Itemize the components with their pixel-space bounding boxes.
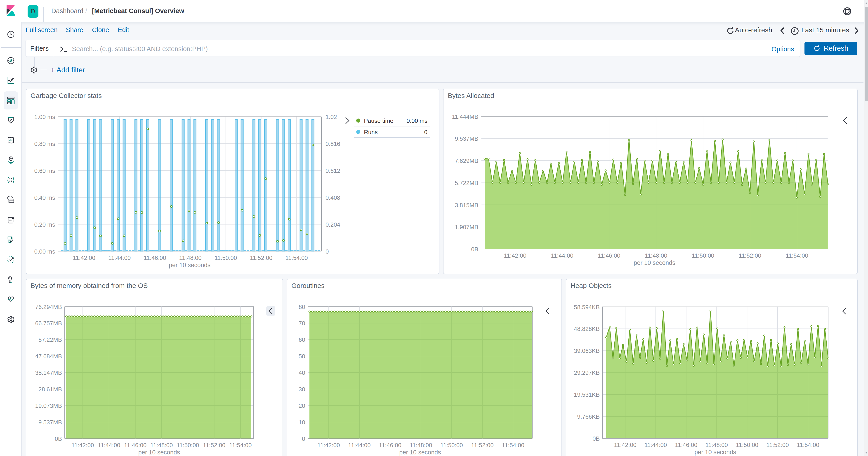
svg-text:0.408: 0.408 [326,194,340,201]
svg-text:11:44:00: 11:44:00 [108,254,131,261]
svg-text:0.204: 0.204 [326,221,340,228]
svg-text:11:48:00: 11:48:00 [179,254,202,261]
svg-text:11:46:00: 11:46:00 [124,441,147,448]
svg-text:11:44:00: 11:44:00 [645,441,667,448]
svg-text:1.02: 1.02 [326,114,337,120]
svg-text:0.80 ms: 0.80 ms [34,140,55,147]
svg-text:11:50:00: 11:50:00 [440,441,463,448]
svg-text:11:48:00: 11:48:00 [410,441,432,448]
svg-text:11:50:00: 11:50:00 [215,254,237,261]
svg-text:58.594KB: 58.594KB [574,304,600,310]
svg-text:11.444MB: 11.444MB [452,113,478,120]
svg-text:11:52:00: 11:52:00 [203,441,225,448]
svg-text:50: 50 [299,353,305,360]
svg-text:11:54:00: 11:54:00 [797,441,819,448]
svg-text:10: 10 [299,419,305,425]
svg-text:Runs: Runs [364,129,378,136]
svg-text:11:54:00: 11:54:00 [229,441,252,448]
svg-text:28.61MB: 28.61MB [38,386,62,393]
svg-text:76.294MB: 76.294MB [35,303,62,310]
svg-text:11:52:00: 11:52:00 [766,441,789,448]
svg-text:11:48:00: 11:48:00 [645,252,667,259]
svg-text:Pause time: Pause time [364,117,393,124]
svg-text:11:42:00: 11:42:00 [614,441,636,448]
svg-text:11:46:00: 11:46:00 [379,441,401,448]
svg-text:0.40 ms: 0.40 ms [34,194,55,201]
svg-text:9.766KB: 9.766KB [577,413,600,420]
svg-text:per 10 seconds: per 10 seconds [633,259,675,266]
svg-text:38.147MB: 38.147MB [35,369,62,376]
svg-text:0: 0 [302,435,305,442]
svg-text:47.684MB: 47.684MB [35,353,62,360]
svg-text:66.757MB: 66.757MB [35,320,62,326]
svg-text:9.537MB: 9.537MB [455,135,478,142]
svg-text:11:46:00: 11:46:00 [144,254,166,261]
svg-text:0B: 0B [471,246,478,253]
svg-text:11:50:00: 11:50:00 [736,441,758,448]
svg-text:40: 40 [299,369,305,376]
svg-text:11:52:00: 11:52:00 [471,441,493,448]
svg-text:11:50:00: 11:50:00 [692,252,714,259]
svg-text:11:54:00: 11:54:00 [285,254,308,261]
svg-text:per 10 seconds: per 10 seconds [169,262,211,268]
svg-text:0: 0 [424,129,428,136]
svg-text:57.22MB: 57.22MB [38,336,62,343]
svg-text:1.00 ms: 1.00 ms [34,114,55,120]
svg-text:60: 60 [299,336,305,343]
svg-text:0B: 0B [55,435,62,442]
svg-text:70: 70 [299,320,305,326]
svg-text:0.00 ms: 0.00 ms [34,248,55,255]
svg-text:11:44:00: 11:44:00 [551,252,573,259]
svg-text:1.907MB: 1.907MB [455,224,478,230]
svg-text:11:42:00: 11:42:00 [73,254,95,261]
svg-text:3.815MB: 3.815MB [455,202,478,208]
svg-text:11:54:00: 11:54:00 [502,441,524,448]
svg-text:11:46:00: 11:46:00 [675,441,698,448]
svg-text:5.722MB: 5.722MB [455,179,478,187]
svg-text:0.612: 0.612 [326,167,340,174]
svg-text:48.828KB: 48.828KB [574,325,600,332]
svg-text:11:44:00: 11:44:00 [98,441,120,448]
svg-text:9.537MB: 9.537MB [38,419,62,425]
svg-text:0.00 ms: 0.00 ms [407,117,428,124]
svg-text:11:42:00: 11:42:00 [317,441,340,448]
svg-text:per 10 seconds: per 10 seconds [399,449,441,456]
svg-text:0B: 0B [592,435,600,442]
svg-text:39.063KB: 39.063KB [574,347,600,354]
svg-text:0.60 ms: 0.60 ms [34,167,55,174]
svg-text:11:42:00: 11:42:00 [71,441,94,448]
svg-text:per 10 seconds: per 10 seconds [138,449,180,456]
svg-text:19.531KB: 19.531KB [574,391,600,398]
svg-text:20: 20 [299,402,305,409]
svg-text:11:42:00: 11:42:00 [504,252,526,259]
svg-text:0.20 ms: 0.20 ms [34,221,55,228]
svg-text:11:44:00: 11:44:00 [348,441,370,448]
svg-text:7.629MB: 7.629MB [455,158,478,164]
svg-text:11:52:00: 11:52:00 [739,252,761,259]
svg-text:19.073MB: 19.073MB [35,402,62,409]
svg-text:29.297KB: 29.297KB [574,369,600,376]
svg-text:11:50:00: 11:50:00 [177,441,199,448]
svg-text:11:52:00: 11:52:00 [250,254,272,261]
svg-text:30: 30 [299,386,305,393]
svg-text:11:46:00: 11:46:00 [598,252,620,259]
svg-text:per 10 seconds: per 10 seconds [694,449,736,455]
svg-text:0.816: 0.816 [326,140,340,147]
svg-text:11:54:00: 11:54:00 [786,252,808,259]
svg-text:0: 0 [326,248,329,255]
svg-text:11:48:00: 11:48:00 [150,441,173,448]
svg-text:11:48:00: 11:48:00 [706,441,728,448]
svg-text:80: 80 [299,303,305,310]
